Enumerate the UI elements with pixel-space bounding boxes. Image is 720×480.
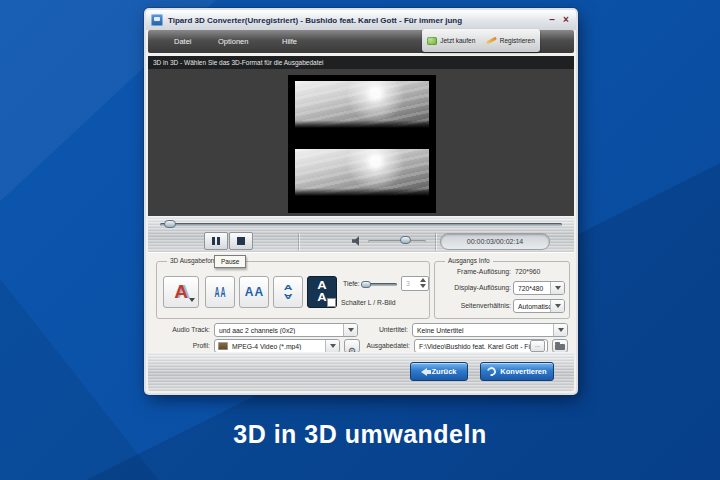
desktop: Tipard 3D Converter(Unregistriert) - Bus… bbox=[0, 0, 720, 480]
volume-icon bbox=[352, 236, 362, 246]
spinner-up-icon[interactable] bbox=[420, 278, 426, 282]
subtitle-value: Keine Untertitel bbox=[413, 327, 553, 334]
output-info-groupbox: Ausgangs Info Frame-Auflösung: 720*960 D… bbox=[434, 261, 570, 319]
output-file-field[interactable]: F:\Video\Bushido feat. Karel Gott - Für … bbox=[414, 339, 548, 353]
divider bbox=[435, 233, 436, 251]
display-resolution-select[interactable]: 720*480 bbox=[513, 281, 565, 295]
cart-icon bbox=[427, 37, 437, 45]
buy-now-label: Jetzt kaufen bbox=[440, 37, 475, 44]
profile-select[interactable]: MPEG-4 Video (*.mp4) bbox=[214, 339, 340, 353]
output-info-title: Ausgangs Info bbox=[445, 257, 493, 264]
chevron-down-icon bbox=[550, 282, 564, 294]
depth-spinner[interactable]: 3 bbox=[401, 276, 429, 291]
stop-icon bbox=[237, 237, 245, 245]
pause-button[interactable] bbox=[204, 232, 228, 250]
depth-slider-thumb[interactable] bbox=[361, 281, 371, 288]
volume-slider[interactable] bbox=[368, 240, 426, 243]
subtitle-label: Untertitel: bbox=[366, 326, 408, 333]
video-frame-bottom bbox=[295, 149, 429, 205]
chevron-down-icon bbox=[553, 324, 567, 336]
menu-hilfe[interactable]: Hilfe bbox=[282, 30, 297, 53]
half-top-bottom-icon: A bbox=[284, 286, 293, 290]
frame-resolution-label: Frame-Auflösung: bbox=[457, 268, 511, 275]
video-format-icon bbox=[218, 342, 228, 350]
video-preview bbox=[288, 75, 436, 213]
display-resolution-value: 720*480 bbox=[514, 285, 550, 292]
convert-button[interactable]: Konvertieren bbox=[480, 362, 554, 381]
audio-track-label: Audio Track: bbox=[162, 326, 210, 333]
convert-arrows-icon bbox=[486, 365, 498, 377]
page-caption: 3D in 3D umwandeln bbox=[0, 420, 720, 449]
aspect-ratio-label: Seitenverhältnis: bbox=[461, 302, 511, 309]
profile-value: MPEG-4 Video (*.mp4) bbox=[228, 343, 325, 350]
format-split-sbs-button[interactable]: AA bbox=[205, 276, 235, 308]
preview-area bbox=[148, 69, 574, 216]
browse-button[interactable]: ... bbox=[530, 340, 545, 352]
purchase-tab: Jetzt kaufen Registrieren bbox=[422, 29, 540, 52]
close-button[interactable]: × bbox=[559, 11, 573, 29]
format-half-topbottom-button[interactable]: A A bbox=[273, 276, 303, 308]
app-window: Tipard 3D Converter(Unregistriert) - Bus… bbox=[146, 10, 576, 393]
bottom-bar: Zurück Konvertieren bbox=[148, 352, 574, 391]
depth-value: 3 bbox=[406, 277, 410, 290]
anaglyph-icon: A bbox=[174, 281, 188, 302]
chevron-down-icon bbox=[325, 340, 339, 352]
stop-button[interactable] bbox=[229, 232, 253, 250]
seek-slider[interactable] bbox=[160, 223, 562, 226]
top-bottom-icon: A bbox=[317, 281, 326, 291]
back-button[interactable]: Zurück bbox=[410, 362, 468, 381]
pen-icon bbox=[486, 37, 497, 45]
open-folder-button[interactable] bbox=[552, 339, 568, 353]
audio-track-value: und aac 2 channels (0x2) bbox=[215, 327, 343, 334]
window-title: Tipard 3D Converter(Unregistriert) - Bus… bbox=[168, 16, 462, 25]
display-resolution-label: Display-Auflösung: bbox=[454, 284, 511, 291]
settings-panel: Pause 3D Ausgabeformat A AA AA bbox=[148, 252, 574, 353]
pause-icon bbox=[212, 237, 220, 245]
menu-datei[interactable]: Datei bbox=[174, 30, 192, 53]
pause-tooltip: Pause bbox=[214, 255, 246, 268]
sbs-icon: A bbox=[245, 285, 254, 299]
aspect-ratio-value: Automatisch bbox=[514, 303, 550, 310]
profile-settings-button[interactable]: ⚙ bbox=[344, 339, 360, 353]
spinner-arrows[interactable] bbox=[420, 278, 426, 288]
chevron-down-icon bbox=[343, 324, 357, 336]
back-arrow-icon bbox=[421, 368, 427, 376]
seek-slider-thumb[interactable] bbox=[164, 220, 176, 228]
register-button[interactable]: Registrieren bbox=[486, 37, 535, 44]
divider bbox=[298, 233, 299, 251]
buy-now-button[interactable]: Jetzt kaufen bbox=[427, 37, 475, 45]
video-frame-top bbox=[295, 81, 429, 137]
audio-track-select[interactable]: und aac 2 channels (0x2) bbox=[214, 323, 358, 337]
convert-label: Konvertieren bbox=[500, 367, 546, 376]
spinner-down-icon[interactable] bbox=[420, 284, 426, 288]
format-sbs-button[interactable]: AA bbox=[239, 276, 269, 308]
swap-lr-label: Schalter L / R-Bild bbox=[341, 299, 396, 306]
player-bar: 00:00:03/00:02:14 bbox=[148, 216, 574, 252]
half-sbs-icon: A bbox=[214, 284, 219, 300]
output-file-value: F:\Video\Bushido feat. Karel Gott - Für … bbox=[415, 343, 530, 350]
swap-lr-checkbox[interactable] bbox=[327, 298, 336, 307]
menu-optionen[interactable]: Optionen bbox=[218, 30, 248, 53]
frame-resolution-value: 720*960 bbox=[515, 268, 540, 275]
profile-label: Profil: bbox=[162, 342, 210, 349]
chevron-down-icon bbox=[550, 300, 564, 312]
register-label: Registrieren bbox=[500, 37, 535, 44]
depth-label: Tiefe: bbox=[343, 280, 360, 287]
output-file-label: Ausgabedatei: bbox=[362, 342, 410, 349]
format-groupbox: 3D Ausgabeformat A AA AA bbox=[156, 261, 430, 319]
subtitle-select[interactable]: Keine Untertitel bbox=[412, 323, 568, 337]
chevron-down-icon bbox=[189, 298, 195, 302]
format-anaglyph-button[interactable]: A bbox=[163, 276, 199, 308]
aspect-ratio-select[interactable]: Automatisch bbox=[513, 299, 565, 313]
back-label: Zurück bbox=[431, 367, 456, 376]
time-display: 00:00:03/00:02:14 bbox=[440, 233, 550, 250]
title-bar[interactable]: Tipard 3D Converter(Unregistriert) - Bus… bbox=[146, 10, 576, 30]
folder-icon bbox=[555, 344, 565, 350]
menu-bar: Datei Optionen Hilfe Jetzt kaufen Regist… bbox=[148, 30, 574, 53]
volume-slider-thumb[interactable] bbox=[400, 236, 411, 244]
status-strip: 3D in 3D - Wählen Sie das 3D-Format für … bbox=[148, 56, 574, 69]
minimize-button[interactable]: – bbox=[545, 11, 559, 29]
app-icon bbox=[151, 14, 163, 26]
